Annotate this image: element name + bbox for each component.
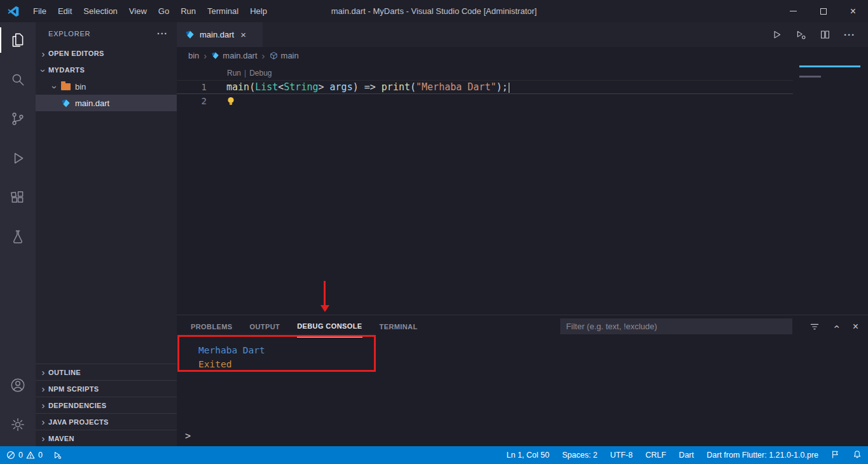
- section-label: NPM SCRIPTS: [48, 385, 99, 393]
- status-bar: 0 0 Ln 1, Col 50Spaces: 2UTF-8CRLFDartDa…: [0, 446, 868, 464]
- menu-run[interactable]: Run: [175, 0, 202, 22]
- code-line-1[interactable]: 1 main(List<String> args) => print("Merh…: [177, 80, 793, 94]
- filter-icon[interactable]: [809, 322, 820, 332]
- minimap-line: [799, 65, 860, 67]
- explorer-sidebar: EXPLORER ··· › OPEN EDITORS › MYDARTS › …: [36, 22, 177, 446]
- panel-tab-problems[interactable]: PROBLEMS: [191, 317, 233, 338]
- more-actions-icon[interactable]: ···: [844, 29, 855, 40]
- chevron-right-icon: ›: [38, 400, 48, 411]
- menu-terminal[interactable]: Terminal: [202, 0, 244, 22]
- code-token: List: [255, 81, 278, 93]
- panel-tab-terminal[interactable]: TERMINAL: [380, 317, 418, 338]
- menu-view[interactable]: View: [123, 0, 153, 22]
- section-label: JAVA PROJECTS: [48, 418, 109, 426]
- code-token: ) =>: [353, 81, 382, 93]
- panel-tab-debug-console[interactable]: DEBUG CONSOLE: [297, 316, 362, 338]
- code-token: (: [410, 81, 416, 93]
- panel-toolbar: › ×: [560, 318, 858, 334]
- sidebar-section-maven[interactable]: ›MAVEN: [36, 430, 177, 446]
- panel-close-icon[interactable]: ×: [853, 321, 858, 332]
- activity-run-debug[interactable]: [0, 140, 36, 176]
- split-editor-button[interactable]: [820, 29, 830, 40]
- section-label: DEPENDENCIES: [48, 402, 107, 409]
- feedback-icon[interactable]: [831, 450, 840, 461]
- activity-extensions[interactable]: [0, 180, 36, 215]
- sidebar-section-npm-scripts[interactable]: ›NPM SCRIPTS: [36, 380, 177, 397]
- annotation-arrow: [324, 281, 326, 305]
- status-ln-1-col-50[interactable]: Ln 1, Col 50: [507, 451, 549, 460]
- section-label: MAVEN: [48, 435, 74, 442]
- tree-item-main-dart[interactable]: main.dart: [36, 95, 177, 111]
- panel-tab-output[interactable]: OUTPUT: [250, 317, 280, 338]
- breadcrumb-separator: ›: [262, 50, 265, 61]
- activity-explorer[interactable]: [0, 22, 36, 58]
- close-button[interactable]: ×: [838, 0, 868, 22]
- menu-go[interactable]: Go: [153, 0, 175, 22]
- more-actions-icon[interactable]: ···: [157, 29, 168, 39]
- project-header[interactable]: › MYDARTS: [36, 62, 177, 78]
- code-line-2[interactable]: 2: [177, 94, 793, 108]
- breadcrumb-bin[interactable]: bin: [188, 51, 199, 60]
- code-token: ): [496, 81, 502, 93]
- annotation-highlight-box: [177, 335, 376, 372]
- activity-search[interactable]: [0, 62, 36, 97]
- status-crlf[interactable]: CRLF: [645, 451, 666, 460]
- lightbulb-icon[interactable]: [226, 97, 235, 106]
- code-token: "Merhaba Dart": [416, 81, 496, 93]
- chevron-right-icon: ›: [38, 416, 48, 427]
- minimize-button[interactable]: [778, 0, 808, 22]
- tab-main-dart[interactable]: main.dart ×: [177, 22, 263, 47]
- editor-area: main.dart × ··· bin › main.dart › main R…: [177, 22, 868, 446]
- minimap[interactable]: [799, 64, 860, 78]
- breadcrumb-main-symbol[interactable]: main: [270, 51, 299, 60]
- code-token: args: [330, 81, 353, 93]
- section-label: OUTLINE: [48, 369, 81, 376]
- maximize-button[interactable]: [808, 0, 838, 22]
- chevron-up-icon[interactable]: ›: [830, 325, 842, 328]
- problems-status[interactable]: 0 0: [6, 451, 43, 460]
- sidebar-section-dependencies[interactable]: ›DEPENDENCIES: [36, 397, 177, 413]
- warning-count: 0: [38, 451, 43, 460]
- symbol-cube-icon: [270, 51, 278, 60]
- menu-help[interactable]: Help: [244, 0, 273, 22]
- source-control-icon: [10, 111, 26, 127]
- sidebar-section-java-projects[interactable]: ›JAVA PROJECTS: [36, 413, 177, 430]
- tree-item-bin[interactable]: › bin: [36, 78, 177, 95]
- menu-file[interactable]: File: [27, 0, 52, 22]
- activity-account[interactable]: [0, 367, 36, 403]
- breadcrumb-separator: ›: [203, 50, 207, 61]
- sidebar-bottom-sections: ›OUTLINE›NPM SCRIPTS›DEPENDENCIES›JAVA P…: [36, 364, 177, 446]
- activity-testing[interactable]: [0, 219, 36, 255]
- menu-edit[interactable]: Edit: [52, 0, 78, 22]
- bell-icon[interactable]: [853, 450, 862, 461]
- codelens-run-link[interactable]: Run: [227, 69, 241, 78]
- codelens-debug-link[interactable]: Debug: [249, 69, 272, 78]
- run-button[interactable]: [771, 29, 782, 40]
- activity-source-control[interactable]: [0, 101, 36, 137]
- code-token: String: [284, 81, 318, 93]
- console-input-prompt[interactable]: >: [185, 430, 191, 442]
- breadcrumb-main-dart[interactable]: main.dart: [211, 51, 257, 60]
- status-utf-8[interactable]: UTF-8: [610, 451, 633, 460]
- dart-icon: [211, 51, 219, 60]
- open-editors-header[interactable]: › OPEN EDITORS: [36, 45, 177, 62]
- status-dart-from-flutter-1-21-0-1-0-pre[interactable]: Dart from Flutter: 1.21.0-1.0.pre: [706, 451, 818, 460]
- activity-settings[interactable]: [0, 407, 36, 442]
- run-or-debug-button[interactable]: [796, 29, 806, 40]
- folder-icon: [61, 83, 71, 90]
- tab-close-icon[interactable]: ×: [240, 29, 246, 40]
- status-dart[interactable]: Dart: [679, 451, 694, 460]
- line-number: 1: [177, 80, 207, 94]
- run-and-debug-icon: [53, 451, 62, 460]
- debug-status[interactable]: [53, 451, 62, 460]
- filter-input[interactable]: [560, 318, 792, 334]
- menu-selection[interactable]: Selection: [78, 0, 123, 22]
- code-token: print: [382, 81, 410, 93]
- status-spaces-2[interactable]: Spaces: 2: [562, 451, 598, 460]
- code-editor[interactable]: Run|Debug 1 main(List<String> args) => p…: [177, 64, 868, 315]
- gear-icon: [10, 416, 26, 433]
- minimize-icon: [790, 11, 797, 11]
- chevron-right-icon: ›: [38, 367, 48, 378]
- sidebar-section-outline[interactable]: ›OUTLINE: [36, 364, 177, 380]
- tree-item-label: main.dart: [75, 99, 109, 108]
